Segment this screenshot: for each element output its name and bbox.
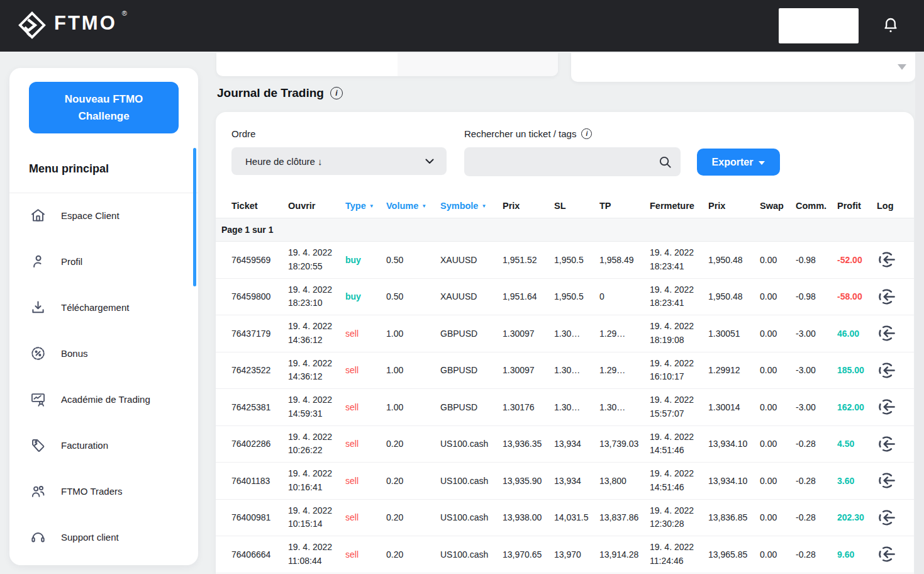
cell-swap: 0.00: [760, 291, 796, 301]
cell-volume: 0.20: [386, 439, 440, 449]
order-label: Ordre: [231, 128, 255, 139]
log-icon[interactable]: [877, 434, 914, 454]
log-icon[interactable]: [877, 471, 914, 490]
cell-ticket: 76425381: [231, 402, 288, 412]
sidebar-item-label: Bonus: [61, 348, 88, 359]
cell-type: sell: [345, 549, 386, 560]
account-selector-placeholder[interactable]: [779, 8, 859, 43]
sidebar-item-ftmo-traders[interactable]: FTMO Traders: [9, 468, 198, 514]
search-field: [464, 147, 681, 176]
cell-open-price: 13,935.90: [503, 476, 554, 486]
cell-symbol: US100.cash: [440, 476, 503, 486]
cell-profit: -52.00: [837, 255, 877, 265]
academy-board-icon: [29, 391, 47, 408]
cell-close-time: 19. 4. 2022 12:30:28: [650, 504, 708, 531]
sidebar-item-facturation[interactable]: Facturation: [9, 422, 198, 468]
cell-swap: 0.00: [760, 329, 796, 339]
journal-info-icon[interactable]: i: [330, 87, 343, 99]
page-scrollbar[interactable]: [915, 52, 924, 574]
cell-volume: 0.50: [386, 255, 440, 265]
price-tag-icon: [29, 437, 47, 454]
column-header-symbole[interactable]: Symbole▼: [440, 201, 503, 211]
page-title: Journal de Trading: [217, 86, 324, 100]
cell-close-price: 1.30051: [708, 329, 760, 339]
cell-profit: 3.60: [837, 476, 877, 486]
topbar-right: [779, 8, 908, 43]
column-header-ouvrir: Ouvrir: [288, 201, 345, 211]
column-header-prix: Prix: [708, 201, 760, 211]
cutoff-card-left: [216, 53, 558, 76]
export-button[interactable]: Exporter: [697, 149, 780, 176]
column-header-swap: Swap: [760, 201, 796, 211]
menu-section-title: Menu principal: [29, 162, 109, 176]
cell-tp: 13,739.03: [599, 439, 650, 449]
chevron-down-icon: [425, 159, 434, 164]
cell-volume: 0.50: [386, 291, 440, 301]
cell-sl: 1.30…: [554, 365, 599, 375]
sidebar-item-support-client[interactable]: Support client: [9, 514, 198, 560]
sidebar-item-label: Support client: [61, 532, 119, 543]
table-row: 7645980019. 4. 2022 18:23:10buy0.50XAUUS…: [216, 279, 914, 316]
sort-caret-icon: ▼: [481, 204, 486, 209]
ticket-search-input[interactable]: [464, 147, 681, 176]
log-icon[interactable]: [877, 544, 914, 564]
table-body: 7645956919. 4. 2022 18:20:55buy0.50XAUUS…: [216, 242, 914, 573]
log-icon[interactable]: [877, 250, 914, 269]
log-icon[interactable]: [877, 397, 914, 417]
cell-close-time: 19. 4. 2022 14:51:46: [650, 430, 708, 458]
cell-sl: 13,970: [554, 549, 599, 560]
cell-commission: -3.00: [796, 402, 837, 412]
dropdown-arrow-icon[interactable]: [898, 64, 906, 70]
cell-open-time: 19. 4. 2022 14:36:12: [288, 357, 345, 384]
table-row: 7640228619. 4. 2022 10:26:22sell0.20US10…: [216, 426, 914, 463]
cell-tp: 1.29…: [599, 365, 650, 375]
cell-commission: -0.98: [796, 255, 837, 265]
sidebar-item-espace-client[interactable]: Espace Client: [9, 193, 198, 239]
log-icon[interactable]: [877, 287, 914, 307]
table-row: 7640098119. 4. 2022 10:15:14sell0.20US10…: [216, 500, 914, 537]
page-title-row: Journal de Trading i: [217, 86, 343, 100]
sidebar-item-bonus[interactable]: Bonus: [9, 330, 198, 376]
sidebar-item-telechargement[interactable]: Téléchargement: [9, 284, 198, 330]
log-icon[interactable]: [877, 324, 914, 343]
cell-close-time: 19. 4. 2022 14:51:46: [650, 467, 708, 494]
notifications-bell-icon[interactable]: [881, 14, 900, 37]
search-info-icon[interactable]: i: [581, 128, 592, 139]
sidebar-item-academie-de-trading[interactable]: Académie de Trading: [9, 376, 198, 422]
ftmo-client-area: FTMO ® Nouveau FTMO Challenge Menu princ…: [0, 0, 924, 574]
cell-sl: 13,934: [554, 439, 599, 449]
order-select[interactable]: Heure de clôture ↓: [231, 147, 447, 175]
cell-close-price: 1.29912: [708, 365, 760, 375]
cell-symbol: XAUUSD: [440, 291, 503, 301]
cell-close-time: 19. 4. 2022 18:23:41: [650, 246, 708, 273]
cell-profit: -58.00: [837, 291, 877, 301]
cell-open-price: 1.30097: [503, 329, 554, 339]
log-icon[interactable]: [877, 508, 914, 527]
cutoff-card-right: [571, 53, 915, 82]
column-header-type[interactable]: Type▼: [345, 201, 386, 211]
sidebar-scrollbar-thumb[interactable]: [193, 148, 196, 286]
cell-sl: 1,950.5: [554, 291, 599, 301]
cell-swap: 0.00: [760, 476, 796, 486]
cell-ticket: 76402286: [231, 439, 288, 449]
cell-type: sell: [345, 329, 386, 339]
column-header-volume[interactable]: Volume▼: [386, 201, 440, 211]
column-header-sl: SL: [554, 201, 599, 211]
cell-close-price: 13,836.85: [708, 512, 760, 522]
cell-symbol: GBPUSD: [440, 329, 503, 339]
cell-volume: 1.00: [386, 402, 440, 412]
search-icon[interactable]: [658, 155, 672, 169]
cell-sl: 1,950.5: [554, 255, 599, 265]
cell-symbol: US100.cash: [440, 512, 503, 522]
cell-ticket: 76437179: [231, 329, 288, 339]
table-row: 7642352219. 4. 2022 14:36:12sell1.00GBPU…: [216, 352, 914, 390]
cell-ticket: 76406664: [231, 549, 288, 560]
cell-sl: 1.30…: [554, 402, 599, 412]
new-challenge-button[interactable]: Nouveau FTMO Challenge: [29, 82, 179, 133]
sidebar-item-profil[interactable]: Profil: [9, 239, 198, 284]
ftmo-logo[interactable]: FTMO ®: [18, 9, 127, 42]
cell-ticket: 76459800: [231, 291, 288, 301]
log-icon[interactable]: [877, 361, 914, 380]
table-header-row: TicketOuvrirType▼Volume▼Symbole▼PrixSLTP…: [216, 194, 914, 218]
cell-open-price: 13,970.65: [503, 549, 554, 560]
